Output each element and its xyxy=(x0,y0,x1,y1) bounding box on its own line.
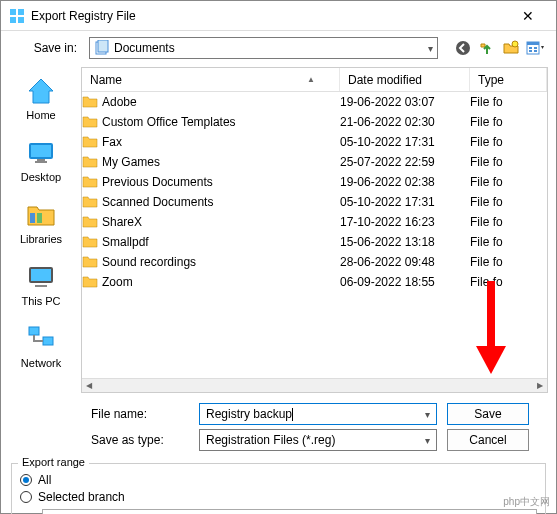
savein-value: Documents xyxy=(114,41,175,55)
table-row[interactable]: Custom Office Templates21-06-2022 02:30F… xyxy=(82,112,547,132)
radio-selected-branch[interactable]: Selected branch xyxy=(20,490,537,504)
nav-toolbar xyxy=(452,37,546,59)
chevron-down-icon: ▾ xyxy=(425,409,430,420)
sidebar-item-thispc[interactable]: This PC xyxy=(1,255,81,317)
radio-icon xyxy=(20,491,32,503)
desktop-icon xyxy=(25,137,57,169)
title-text: Export Registry File xyxy=(31,9,508,23)
table-row[interactable]: Sound recordings28-06-2022 09:48File fo xyxy=(82,252,547,272)
svg-rect-21 xyxy=(31,269,51,281)
watermark: php中文网 xyxy=(503,495,550,509)
svg-rect-18 xyxy=(30,213,35,223)
column-header-date[interactable]: Date modified xyxy=(340,68,470,91)
saveastype-combo[interactable]: Registration Files (*.reg) ▾ xyxy=(199,429,437,451)
radio-all[interactable]: All xyxy=(20,473,537,487)
file-list: Name▲ Date modified Type Adobe19-06-2022… xyxy=(81,67,548,393)
svg-rect-1 xyxy=(18,9,24,15)
save-button[interactable]: Save xyxy=(447,403,529,425)
sidebar-item-home[interactable]: Home xyxy=(1,69,81,131)
text-cursor xyxy=(292,408,293,421)
sort-indicator-icon: ▲ xyxy=(307,75,315,84)
table-row[interactable]: Adobe19-06-2022 03:07File fo xyxy=(82,92,547,112)
svg-rect-0 xyxy=(10,9,16,15)
column-header-type[interactable]: Type xyxy=(470,68,547,91)
sidebar-item-libraries[interactable]: Libraries xyxy=(1,193,81,255)
app-icon xyxy=(9,8,25,24)
svg-rect-3 xyxy=(18,17,24,23)
view-menu-button[interactable] xyxy=(524,37,546,59)
libraries-icon xyxy=(25,199,57,231)
form-area: File name: Registry backup ▾ Save Save a… xyxy=(1,395,556,463)
svg-rect-22 xyxy=(35,285,47,287)
titlebar: Export Registry File ✕ xyxy=(1,1,556,31)
svg-rect-24 xyxy=(43,337,53,345)
svg-rect-9 xyxy=(527,42,539,45)
table-row[interactable]: Previous Documents19-06-2022 02:38File f… xyxy=(82,172,547,192)
svg-rect-12 xyxy=(534,47,537,49)
savein-row: Save in: Documents ▾ xyxy=(1,31,556,65)
thispc-icon xyxy=(25,261,57,293)
table-row[interactable]: Smallpdf15-06-2022 13:18File fo xyxy=(82,232,547,252)
export-range-group: Export range All Selected branch xyxy=(11,463,546,514)
up-button[interactable] xyxy=(476,37,498,59)
scroll-right-icon[interactable]: ▶ xyxy=(533,379,547,393)
file-list-header: Name▲ Date modified Type xyxy=(82,68,547,92)
saveastype-label: Save as type: xyxy=(91,433,189,447)
table-row[interactable]: Zoom06-09-2022 18:55File fo xyxy=(82,272,547,292)
svg-rect-5 xyxy=(98,40,108,52)
svg-rect-19 xyxy=(37,213,42,223)
table-row[interactable]: My Games25-07-2022 22:59File fo xyxy=(82,152,547,172)
file-rows: Adobe19-06-2022 03:07File foCustom Offic… xyxy=(82,92,547,292)
filename-input[interactable]: Registry backup ▾ xyxy=(199,403,437,425)
export-dialog: Export Registry File ✕ Save in: Document… xyxy=(0,0,557,514)
branch-input[interactable] xyxy=(42,509,537,514)
body-area: Home Desktop Libraries This PC Network N… xyxy=(1,65,556,395)
new-folder-button[interactable] xyxy=(500,37,522,59)
network-icon xyxy=(25,323,57,355)
filename-label: File name: xyxy=(91,407,189,421)
back-button[interactable] xyxy=(452,37,474,59)
savein-label: Save in: xyxy=(11,41,83,55)
sidebar-item-network[interactable]: Network xyxy=(1,317,81,379)
export-range-legend: Export range xyxy=(18,456,89,468)
svg-rect-10 xyxy=(529,47,532,49)
table-row[interactable]: ShareX17-10-2022 16:23File fo xyxy=(82,212,547,232)
scroll-left-icon[interactable]: ◀ xyxy=(82,379,96,393)
svg-rect-23 xyxy=(29,327,39,335)
chevron-down-icon: ▾ xyxy=(425,435,430,446)
table-row[interactable]: Fax05-10-2022 17:31File fo xyxy=(82,132,547,152)
chevron-down-icon: ▾ xyxy=(428,43,433,54)
table-row[interactable]: Scanned Documents05-10-2022 17:31File fo xyxy=(82,192,547,212)
svg-point-6 xyxy=(456,41,470,55)
svg-rect-15 xyxy=(31,145,51,157)
sidebar-item-desktop[interactable]: Desktop xyxy=(1,131,81,193)
documents-icon xyxy=(94,40,110,56)
radio-icon xyxy=(20,474,32,486)
places-sidebar: Home Desktop Libraries This PC Network xyxy=(1,65,81,395)
savein-combo[interactable]: Documents ▾ xyxy=(89,37,438,59)
svg-rect-16 xyxy=(37,159,45,161)
svg-point-7 xyxy=(512,41,518,47)
cancel-button[interactable]: Cancel xyxy=(447,429,529,451)
horizontal-scrollbar[interactable]: ◀ ▶ xyxy=(82,378,547,392)
home-icon xyxy=(25,75,57,107)
svg-rect-17 xyxy=(35,161,47,163)
svg-rect-2 xyxy=(10,17,16,23)
close-button[interactable]: ✕ xyxy=(508,2,548,30)
svg-rect-11 xyxy=(529,50,532,52)
svg-rect-13 xyxy=(534,50,537,52)
column-header-name[interactable]: Name▲ xyxy=(82,68,340,91)
